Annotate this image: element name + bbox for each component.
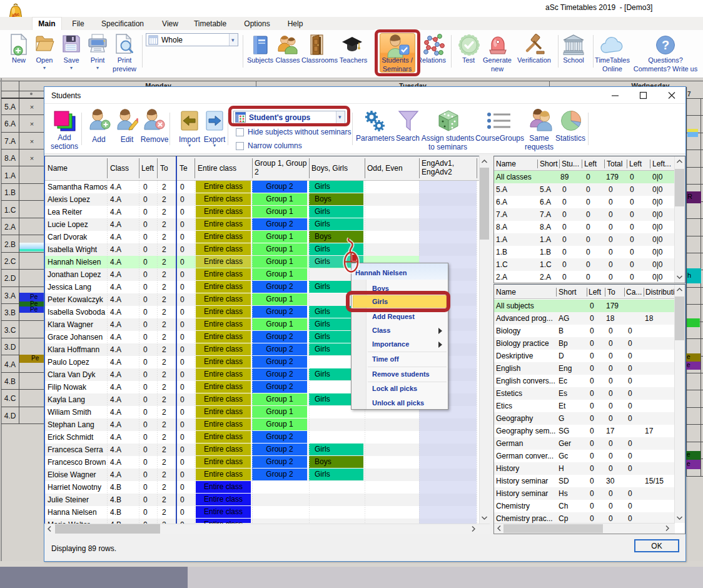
svg-text:?: ? — [662, 38, 669, 52]
